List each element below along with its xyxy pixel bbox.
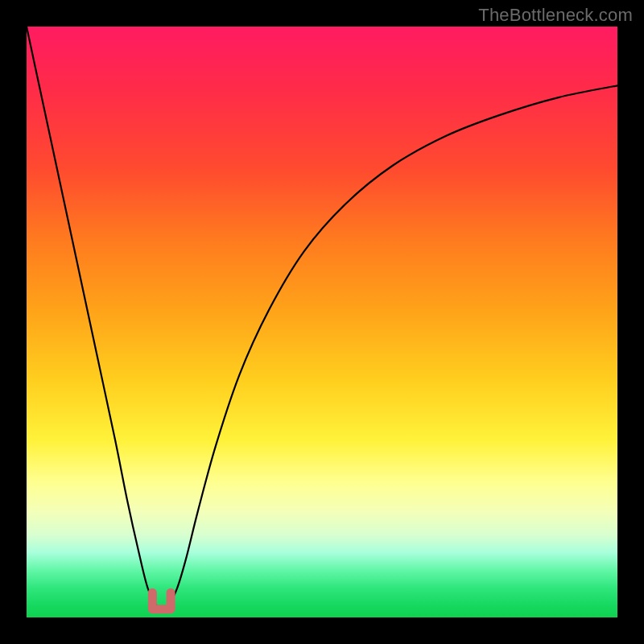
plot-area [27, 27, 617, 617]
valley-marker [152, 592, 171, 609]
curve-layer [27, 27, 617, 617]
chart-frame: TheBottleneck.com [0, 0, 644, 644]
watermark-text: TheBottleneck.com [478, 5, 633, 26]
bottleneck-curve [27, 27, 617, 609]
